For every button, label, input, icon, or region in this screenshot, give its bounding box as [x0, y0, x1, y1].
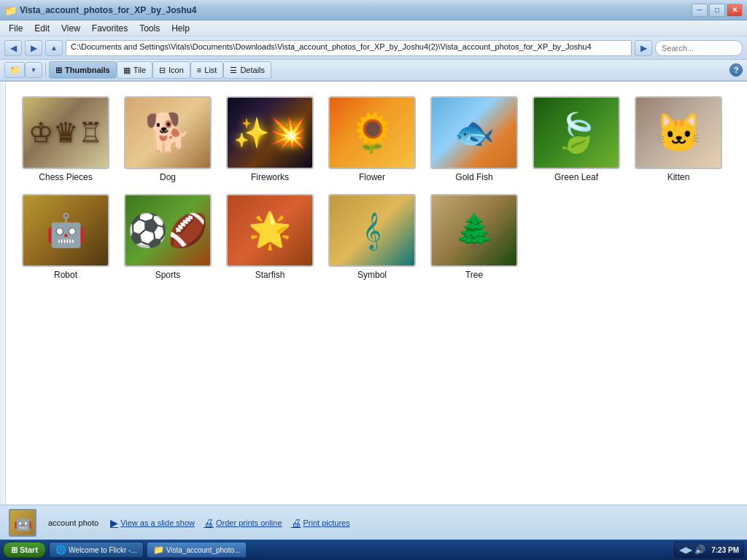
file-content-area[interactable]: ♔♛♖ Chess Pieces 🐕 Dog ✨💥 Fireworks 🌻 Fl…	[6, 82, 747, 505]
thumb-item-kitten[interactable]: 🐱 Kitten	[627, 90, 729, 188]
view-toolbar: 📁 ▼ ⊞ Thumbnails ▦ Tile ⊟ Icon ≡ List ☰ …	[0, 60, 747, 82]
thumbnail-image: 🍃	[533, 96, 620, 169]
thumbnail-image: 🌻	[328, 96, 416, 169]
thumb-item-green-leaf[interactable]: 🍃 Green Leaf	[525, 90, 627, 188]
view-options: 📁 ▼ ⊞ Thumbnails ▦ Tile ⊟ Icon ≡ List ☰ …	[4, 61, 271, 79]
list-icon: ≡	[197, 66, 201, 74]
tray-icon-1: ◀▶	[679, 545, 692, 555]
thumbnail-image: ⚽🏈	[124, 194, 212, 267]
print-pictures-link[interactable]: 🖨 Print pictures	[291, 517, 350, 529]
view-icon-button[interactable]: ⊟ Icon	[152, 61, 190, 79]
view-list-button[interactable]: ≡ List	[190, 61, 224, 79]
thumbnail-grid: ♔♛♖ Chess Pieces 🐕 Dog ✨💥 Fireworks 🌻 Fl…	[15, 90, 738, 286]
thumbnail-label: Starfish	[255, 270, 285, 280]
system-clock: 7:23 PM	[708, 546, 739, 554]
search-input[interactable]	[662, 44, 747, 52]
print-icon: 🖨	[291, 517, 301, 529]
thumbnail-label: Green Leaf	[554, 172, 598, 182]
thumbnail-image: 🐕	[124, 96, 212, 169]
maximize-button[interactable]: □	[709, 4, 725, 17]
thumbnail-label: Kitten	[667, 172, 690, 182]
taskbar-task-1[interactable]: 📁 Vista_account_photo...	[147, 542, 247, 558]
status-thumbnail: 🤖	[9, 509, 36, 537]
tray-icon-2: 🔊	[694, 545, 705, 555]
folder-task-icon: 📁	[153, 545, 164, 555]
system-tray: ◀▶ 🔊 7:23 PM	[674, 542, 744, 558]
menu-view[interactable]: View	[55, 22, 86, 35]
status-bar: 🤖 account photo ▶ View as a slide show 🖨…	[0, 505, 747, 540]
menu-file[interactable]: File	[3, 22, 28, 35]
tile-icon: ▦	[123, 66, 131, 75]
minimize-button[interactable]: ─	[692, 4, 708, 17]
go-button[interactable]: ▶	[635, 40, 652, 56]
slideshow-link[interactable]: ▶ View as a slide show	[110, 517, 195, 529]
forward-button[interactable]: ▶	[25, 40, 42, 56]
tray-icons: ◀▶ 🔊	[679, 545, 705, 555]
taskbar: ⊞ Start 🌐 Welcome to Flickr -... 📁 Vista…	[0, 540, 747, 560]
details-icon: ☰	[230, 66, 237, 75]
title-icon: 📁	[4, 4, 17, 16]
thumbnail-label: Gold Fish	[455, 172, 492, 182]
thumb-item-fireworks[interactable]: ✨💥 Fireworks	[219, 90, 321, 188]
thumbnail-image: 🐟	[430, 96, 518, 169]
help-button[interactable]: ?	[729, 63, 743, 77]
thumb-item-tree[interactable]: 🌲 Tree	[423, 188, 525, 286]
menu-help[interactable]: Help	[166, 22, 196, 35]
thumbnail-label: Robot	[54, 270, 77, 280]
view-tile-button[interactable]: ▦ Tile	[117, 61, 152, 79]
thumbnail-label: Chess Pieces	[39, 172, 92, 182]
thumbnail-image: ✨💥	[226, 96, 314, 169]
thumbnail-label: Tree	[465, 270, 483, 280]
thumb-item-flower[interactable]: 🌻 Flower	[321, 90, 423, 188]
thumbnail-image: 🌟	[226, 194, 314, 267]
browser-icon: 🌐	[55, 545, 66, 555]
thumb-item-gold-fish[interactable]: 🐟 Gold Fish	[423, 90, 525, 188]
menu-favorites[interactable]: Favorites	[86, 22, 133, 35]
taskbar-task-0[interactable]: 🌐 Welcome to Flickr -...	[49, 542, 144, 558]
thumb-item-symbol[interactable]: 𝄞 Symbol	[321, 188, 423, 286]
title-bar: 📁 Vista_account_photos_for_XP_by_Joshu4 …	[0, 0, 747, 20]
thumb-item-dog[interactable]: 🐕 Dog	[117, 90, 219, 188]
icon-view-icon: ⊟	[159, 66, 166, 75]
main-area: ♔♛♖ Chess Pieces 🐕 Dog ✨💥 Fireworks 🌻 Fl…	[0, 82, 747, 505]
menu-bar: File Edit View Favorites Tools Help	[0, 20, 747, 36]
view-thumbnails-button[interactable]: ⊞ Thumbnails	[49, 61, 117, 79]
thumbnail-label: Dog	[160, 172, 176, 182]
order-prints-link[interactable]: 🖨 Order prints online	[204, 517, 282, 529]
thumbnail-image: 🌲	[430, 194, 518, 267]
thumb-item-robot[interactable]: 🤖 Robot	[15, 188, 117, 286]
search-box[interactable]: 🔍	[655, 40, 743, 56]
folder-icon-btn[interactable]: 📁	[4, 62, 25, 78]
window-title: Vista_account_photos_for_XP_by_Joshu4	[20, 5, 692, 15]
thumb-item-starfish[interactable]: 🌟 Starfish	[219, 188, 321, 286]
thumbnail-label: Symbol	[357, 270, 387, 280]
windows-logo: ⊞	[11, 545, 18, 555]
account-photo-label: account photo	[48, 518, 98, 527]
thumb-item-sports[interactable]: ⚽🏈 Sports	[117, 188, 219, 286]
thumbnail-label: Flower	[359, 172, 385, 182]
toolbar-separator-1	[45, 63, 46, 77]
thumbnail-image: ♔♛♖	[22, 96, 109, 169]
back-button[interactable]: ◀	[4, 40, 22, 56]
view-details-button[interactable]: ☰ Details	[223, 61, 271, 79]
address-bar: ◀ ▶ ▲ C:\Documents and Settings\Vitals\D…	[0, 36, 747, 60]
thumbnail-image: 🤖	[22, 194, 109, 267]
address-path[interactable]: C:\Documents and Settings\Vitals\Documen…	[66, 40, 632, 56]
thumbnails-icon: ⊞	[55, 66, 62, 75]
thumb-item-chess-pieces[interactable]: ♔♛♖ Chess Pieces	[15, 90, 117, 188]
window-controls: ─ □ ✕	[692, 4, 743, 17]
thumbnail-label: Sports	[155, 270, 181, 280]
up-button[interactable]: ▲	[45, 40, 63, 56]
menu-tools[interactable]: Tools	[133, 22, 166, 35]
order-icon: 🖨	[204, 517, 214, 529]
thumbnail-image: 🐱	[635, 96, 722, 169]
start-button[interactable]: ⊞ Start	[3, 542, 46, 558]
dropdown-btn[interactable]: ▼	[25, 62, 42, 78]
close-button[interactable]: ✕	[727, 4, 743, 17]
left-panel	[0, 82, 6, 505]
thumbnail-image: 𝄞	[328, 194, 416, 267]
menu-edit[interactable]: Edit	[28, 22, 55, 35]
thumbnail-label: Fireworks	[251, 172, 289, 182]
play-icon: ▶	[110, 517, 118, 529]
status-actions: ▶ View as a slide show 🖨 Order prints on…	[110, 517, 350, 529]
